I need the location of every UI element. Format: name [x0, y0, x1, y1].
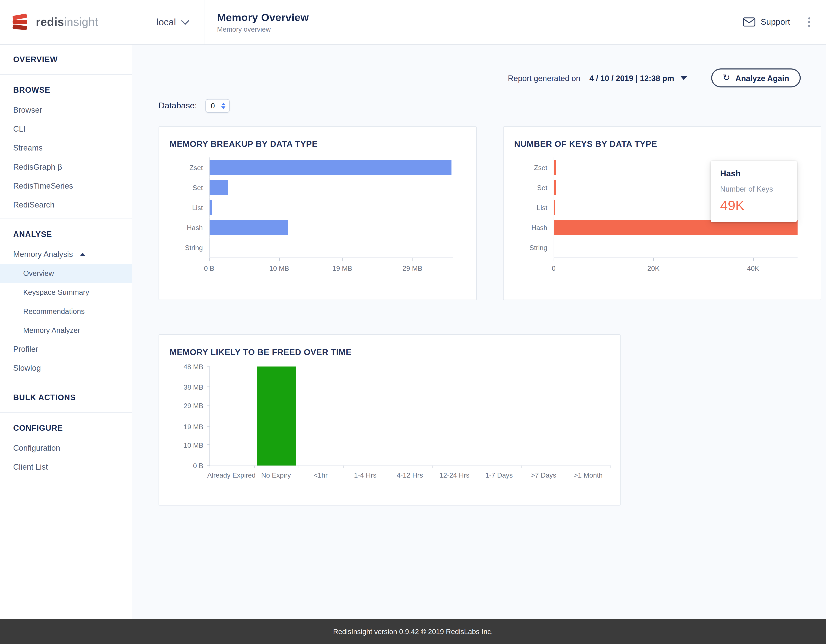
tooltip-label: Number of Keys: [720, 185, 787, 193]
sidebar-item-cli[interactable]: CLI: [0, 119, 132, 138]
chart-row: String: [503, 237, 798, 258]
chart-row: List: [159, 197, 453, 217]
axis-tick-label: 29 MB: [183, 402, 203, 410]
analyze-again-button[interactable]: ↻ Analyze Again: [711, 68, 801, 87]
stepper-icon: [220, 103, 229, 109]
sidebar-item-redisgraph[interactable]: RedisGraph β: [0, 157, 132, 176]
database-select[interactable]: 0: [205, 99, 230, 113]
chart-row: String: [159, 237, 453, 258]
category-label: Hash: [503, 223, 554, 231]
tick-mark: [654, 258, 654, 261]
category-label: List: [159, 203, 209, 212]
sidebar-item-redistimeseries[interactable]: RedisTimeSeries: [0, 176, 132, 195]
axis-tick-label: 10 MB: [183, 441, 203, 449]
sidebar-item-keyspace-summary[interactable]: Keyspace Summary: [0, 283, 132, 302]
sidebar-section-configure: CONFIGURE: [0, 417, 132, 439]
sidebar-item-recommendations[interactable]: Recommendations: [0, 302, 132, 321]
report-date[interactable]: 4 / 10 / 2019 | 12:38 pm: [589, 73, 674, 82]
chart-row: Set: [159, 177, 453, 197]
chart-x-axis: 0 B10 MB19 MB29 MB: [209, 258, 453, 279]
logo-text: redisinsight: [36, 15, 98, 29]
tick-mark: [207, 465, 210, 465]
category-label: Set: [503, 183, 554, 191]
instance-name: local: [156, 17, 176, 28]
brand-insight: insight: [64, 15, 98, 28]
bar-hash[interactable]: [554, 220, 797, 235]
analyze-again-label: Analyze Again: [736, 73, 789, 82]
chart-title-memory-breakup: MEMORY BREAKUP BY DATA TYPE: [170, 140, 466, 149]
bar-list[interactable]: [554, 200, 556, 215]
axis-tick-label: 40K: [747, 264, 759, 272]
app: redisinsight local Memory Overview Memor…: [0, 0, 826, 644]
bar-track: [209, 197, 453, 217]
report-dropdown-caret-icon[interactable]: [681, 76, 687, 80]
bar-track: [209, 237, 453, 258]
sidebar-section-browse: BROWSE: [0, 79, 132, 101]
bar-zset[interactable]: [210, 160, 452, 175]
sidebar-item-client-list[interactable]: Client List: [0, 458, 132, 476]
caret-up-icon: [80, 253, 85, 256]
sidebar-item-memory-analysis[interactable]: Memory Analysis: [0, 245, 132, 264]
bar-no-expiry[interactable]: [257, 366, 296, 465]
bar-set[interactable]: [210, 180, 228, 195]
sidebar-item-profiler[interactable]: Profiler: [0, 340, 132, 358]
bar-list[interactable]: [210, 200, 213, 215]
axis-tick-label: 38 MB: [183, 383, 203, 391]
bar-set[interactable]: [554, 180, 556, 195]
sidebar-item-memory-analyzer[interactable]: Memory Analyzer: [0, 321, 132, 340]
sidebar-item-browser[interactable]: Browser: [0, 101, 132, 119]
tooltip-value: 49K: [720, 197, 787, 214]
bar-track: [209, 157, 453, 177]
category-label: Zset: [159, 163, 209, 171]
report-generated-label: Report generated on -: [508, 73, 585, 82]
category-label: 1-4 Hrs: [354, 471, 376, 479]
chart-row: Zset: [159, 157, 453, 177]
chart-x-axis: 020K40K: [554, 258, 798, 279]
tick-mark: [207, 405, 210, 405]
bar-track: [209, 217, 453, 237]
page-title: Memory Overview: [217, 11, 309, 23]
axis-tick-label: 10 MB: [269, 264, 289, 272]
page-subtitle: Memory overview: [217, 25, 309, 33]
sidebar-item-slowlog[interactable]: Slowlog: [0, 358, 132, 377]
chart-plot: 0 B10 MB19 MB29 MB38 MB48 MB: [209, 366, 610, 466]
refresh-icon: ↻: [722, 72, 730, 83]
category-label: Already Expired: [207, 471, 256, 479]
category-label: String: [159, 244, 209, 251]
kebab-menu[interactable]: [806, 15, 812, 29]
sidebar-item-redisearch[interactable]: RediSearch: [0, 196, 132, 214]
page-header: Memory Overview Memory overview: [204, 11, 309, 33]
sidebar: OVERVIEW BROWSE Browser CLI Streams Redi…: [0, 44, 132, 619]
tick-mark: [207, 426, 210, 426]
sidebar-item-bulk-actions[interactable]: BULK ACTIONS: [0, 386, 132, 408]
main-content: Report generated on - 4 / 10 / 2019 | 12…: [132, 44, 826, 619]
category-label: 1-7 Days: [485, 471, 512, 479]
report-row: Report generated on - 4 / 10 / 2019 | 12…: [508, 68, 801, 87]
chart-tooltip: Hash Number of Keys 49K: [711, 161, 797, 222]
axis-tick-label: 0: [552, 264, 556, 272]
logo[interactable]: redisinsight: [0, 0, 132, 44]
bar-zset[interactable]: [554, 160, 556, 175]
support-button[interactable]: Support: [743, 17, 790, 27]
database-row: Database: 0: [158, 99, 230, 113]
tick-mark: [207, 444, 210, 445]
category-label: String: [503, 244, 554, 251]
category-label: Zset: [503, 163, 554, 171]
axis-tick-label: 20K: [647, 264, 660, 272]
tick-mark: [412, 258, 413, 261]
sidebar-item-overview[interactable]: Overview: [0, 264, 132, 283]
mail-icon: [743, 17, 755, 27]
sidebar-section-analyse: ANALYSE: [0, 223, 132, 245]
category-label: No Expiry: [261, 471, 291, 479]
instance-selector[interactable]: local: [156, 17, 188, 28]
sidebar-item-overview-section[interactable]: OVERVIEW: [0, 48, 132, 70]
axis-tick-label: 19 MB: [183, 423, 203, 431]
tick-mark: [554, 258, 554, 261]
sidebar-item-streams[interactable]: Streams: [0, 138, 132, 157]
bar-hash[interactable]: [210, 220, 288, 235]
memory-breakup-card: MEMORY BREAKUP BY DATA TYPE ZsetSetListH…: [158, 126, 477, 300]
tick-mark: [209, 258, 210, 261]
sidebar-item-configuration[interactable]: Configuration: [0, 439, 132, 458]
tooltip-title: Hash: [720, 169, 787, 178]
axis-tick-label: 0 B: [193, 462, 203, 470]
